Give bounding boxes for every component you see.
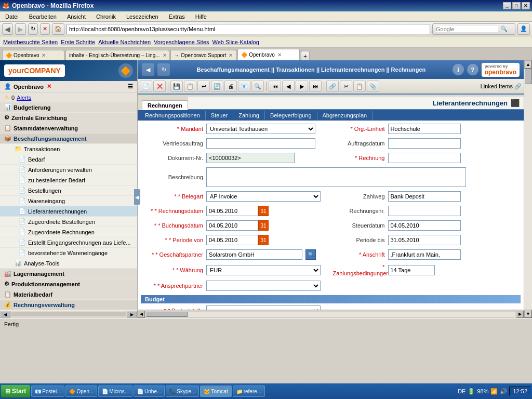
toolbar-new-button[interactable]: 📄 [140, 81, 152, 92]
ansprechpartner-select[interactable] [206, 281, 321, 291]
maximize-button[interactable]: □ [512, 2, 521, 9]
browser-tab-1[interactable]: inhalte - Englisch-Übersetzung – Ling...… [65, 50, 169, 60]
minimize-button[interactable]: _ [503, 2, 511, 9]
menu-ansicht[interactable]: Ansicht [64, 12, 89, 21]
taskbar-micros[interactable]: 📄 Micros... [98, 385, 132, 397]
taskbar-tomcat[interactable]: 🐱 Tomcat [200, 385, 231, 397]
belegart-select[interactable]: AP Invoice [206, 191, 321, 202]
geschaeftspartner-lookup-button[interactable]: 🔍 [305, 249, 316, 260]
sidebar-item-stamm[interactable]: 📋 Stammdatenverwaltung [0, 123, 137, 134]
dokument-input[interactable] [206, 153, 295, 163]
sidebar-item-analyse[interactable]: 📊 Analyse-Tools [0, 258, 137, 269]
bookmark-nachrichten[interactable]: Aktuelle Nachrichten [98, 39, 151, 45]
bookmark-meistbesucht[interactable]: Meistbesuchte Seiten [3, 39, 58, 45]
periode-von-calendar-button[interactable]: 31 [258, 235, 269, 245]
toolbar-next-button[interactable]: ▶ [296, 81, 308, 92]
nav-back-button[interactable]: ◀ [142, 63, 154, 76]
sidebar-item-bestellungen[interactable]: 📄 Bestellungen [0, 185, 137, 196]
sidebar-item-lager[interactable]: 🏭 Lagermanagement [0, 269, 137, 279]
taskbar-open[interactable]: 🔶 Open... [65, 385, 97, 397]
auftragsdatum-input[interactable] [388, 138, 461, 149]
sidebar-item-produktion[interactable]: ⚙ Produktionsmanagement [0, 279, 137, 289]
window-controls[interactable]: _ □ ✕ [503, 2, 530, 9]
toolbar-copy-button[interactable]: 📋 [184, 81, 196, 92]
start-button[interactable]: ⊞ Start [1, 385, 30, 397]
taskbar-unbe[interactable]: 📄 Unbe... [134, 385, 165, 397]
zahlweg-input[interactable] [388, 191, 461, 202]
toolbar-email-button[interactable]: 📧 [238, 81, 250, 92]
waehrung-select[interactable]: EUR [206, 265, 321, 275]
vertriebsauftrag-input[interactable] [206, 138, 315, 149]
forward-button[interactable]: ▶ [15, 23, 26, 35]
sidebar-item-zugeordnete-rechnungen[interactable]: 📄 Zugeordnete Rechnungen [0, 227, 137, 237]
taskbar-postei[interactable]: 📧 Postei... [31, 385, 64, 397]
scroll-down-button[interactable]: ▼ [524, 310, 532, 318]
toolbar-print-button[interactable]: 🖨 [224, 81, 237, 92]
sidebar-item-transaktionen[interactable]: 📁 Transaktionen [0, 144, 137, 154]
nav-refresh-button[interactable]: ↻ [157, 63, 170, 76]
sub-tab-steuer[interactable]: Steuer [206, 111, 233, 119]
sidebar-item-eingangsrechnungen[interactable]: 📄 Erstellt Eingangsrechnungen aus Liefe.… [0, 237, 137, 248]
periode-bis-input[interactable] [388, 235, 461, 245]
geschaeftspartner-input[interactable] [206, 249, 302, 260]
scroll-thumb-h[interactable] [146, 312, 188, 317]
bookmark-vorgeschlagen[interactable]: Vorgeschlagene Sites [154, 39, 209, 45]
sidebar-item-wareneingang[interactable]: 📄 Wareneingang [0, 196, 137, 206]
stop-button[interactable]: ✕ [40, 23, 50, 35]
sidebar-collapse-button[interactable]: ◀ [134, 189, 140, 205]
toolbar-attach-button[interactable]: 📎 [367, 81, 379, 92]
anschrift-input[interactable] [388, 249, 461, 260]
toolbar-undo-button[interactable]: ↩ [197, 81, 210, 92]
toolbar-save-button[interactable]: 💾 [170, 81, 183, 92]
menu-hilfe[interactable]: Hilfe [192, 12, 210, 21]
sub-tab-positionen[interactable]: Rechnungspositionen [140, 111, 206, 119]
menu-lesezeichen[interactable]: Lesezeichen [123, 12, 162, 21]
tab-1-close[interactable]: ✕ [163, 52, 167, 58]
periode-von-input[interactable] [206, 235, 258, 245]
toolbar-search-button[interactable]: 🔍 [251, 81, 264, 92]
tab-0-close[interactable]: ✕ [42, 52, 46, 58]
info-button[interactable]: ℹ [453, 64, 464, 75]
home-button[interactable]: 🏠 [52, 23, 64, 35]
reload-button[interactable]: ↻ [28, 23, 38, 35]
buchungsdatum-calendar-button[interactable]: 31 [258, 220, 269, 231]
org-einheit-input[interactable] [388, 124, 461, 134]
sub-tab-abgrenzung[interactable]: Abgrenzungsplan [317, 111, 373, 119]
alerts-label[interactable]: Alerts [17, 95, 31, 101]
mandant-select[interactable]: Universität Testhausen [206, 124, 315, 134]
menu-extras[interactable]: Extras [166, 12, 188, 21]
sidebar-item-bedarf[interactable]: 📄 Bedarf [0, 154, 137, 165]
browser-tab-0[interactable]: 🔶 Openbravo ✕ [2, 50, 64, 60]
tab-2-close[interactable]: ✕ [229, 52, 233, 58]
sidebar-menu-icon[interactable]: ☰ [128, 83, 133, 90]
budgetstelle-select[interactable] [206, 305, 321, 310]
menu-bearbeiten[interactable]: Bearbeiten [26, 12, 60, 21]
toolbar-last-button[interactable]: ⏭ [309, 81, 322, 92]
browser-tab-3[interactable]: 🔶 Openbravo ✕ [237, 49, 300, 60]
bookmark-webslice[interactable]: Web Slice-Katalog [212, 39, 259, 45]
sidebar-scroll-right[interactable]: ▶ [127, 311, 137, 317]
address-bar[interactable] [66, 24, 430, 34]
user-close-icon[interactable]: ✕ [47, 83, 51, 90]
sub-tab-zahlung[interactable]: Zahlung [233, 111, 265, 119]
rechnungsnr-input[interactable] [388, 206, 461, 216]
steuerdatum-input[interactable] [388, 220, 461, 231]
taskbar-refere[interactable]: 📁 refere... [233, 385, 265, 397]
search-input[interactable] [436, 26, 498, 32]
beschreibung-textarea[interactable] [206, 167, 466, 187]
zahlungsbedingungen-input[interactable] [388, 265, 435, 275]
menu-chronik[interactable]: Chronik [93, 12, 119, 21]
header-icon[interactable]: 🔶 [118, 63, 133, 78]
taskbar-skype[interactable]: 📞 Skype... [166, 385, 199, 397]
scroll-up-button[interactable]: ▲ [524, 60, 532, 69]
scroll-thumb-v[interactable] [525, 69, 532, 84]
sidebar-item-beschaffung[interactable]: 📦 Beschaffungsmanagement [0, 134, 137, 144]
sidebar-item-rechnungsverwaltung[interactable]: 💰 Rechnungsverwaltung [0, 300, 137, 310]
toolbar-cut-button[interactable]: ✂ [340, 81, 352, 92]
menu-datei[interactable]: Datei [2, 12, 22, 21]
toolbar-refresh-button[interactable]: 🔄 [211, 81, 223, 92]
sidebar-item-zugeordnete-bestellungen[interactable]: 📄 Zugeordnete Bestellungen [0, 217, 137, 227]
bookmark-erste-schritte[interactable]: Erste Schritte [61, 39, 95, 45]
sidebar-item-zentrale[interactable]: ⚙ Zentrale Einrichtung [0, 113, 137, 123]
form-tab-rechnungen[interactable]: Rechnungen [142, 100, 188, 110]
